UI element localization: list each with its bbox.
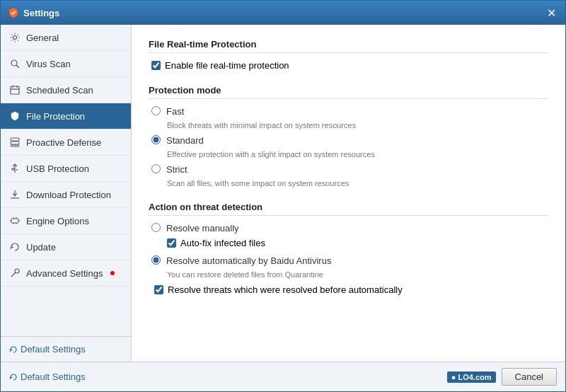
sidebar-item-download-protection[interactable]: Download Protection: [1, 182, 131, 208]
sidebar-label-usb-protection: USB Protection: [26, 163, 89, 174]
resolve-before-label: Resolve threats which were resolved befo…: [168, 284, 403, 295]
calendar-icon: [9, 84, 21, 96]
sidebar-label-proactive-defense: Proactive Defense: [26, 137, 101, 148]
radio-action-auto[interactable]: [151, 255, 161, 265]
option-resolve-before: Resolve threats which were resolved befo…: [154, 284, 548, 295]
label-mode-strict: Strict: [166, 164, 187, 175]
svg-rect-9: [11, 145, 19, 146]
autofix-label: Auto-fix infected files: [180, 238, 265, 248]
radio-mode-strict[interactable]: [151, 164, 161, 173]
sidebar-label-advanced-settings: Advanced Settings: [26, 268, 103, 279]
advanced-settings-dot: [110, 271, 115, 275]
main-panel: File Real-time Protection Enable file re…: [132, 25, 565, 362]
section-title-protection-mode: Protection mode: [149, 85, 548, 99]
sidebar-label-general: General: [26, 33, 59, 43]
desc-mode-standard: Effective protection with a slight impac…: [167, 150, 548, 158]
section-title-action-threat: Action on threat detection: [149, 202, 548, 216]
radio-mode-standard[interactable]: [151, 135, 161, 144]
svg-point-0: [13, 36, 17, 40]
label-action-auto: Resolve automatically by Baidu Antivirus: [166, 255, 331, 266]
window-bottom: Default Settings ● LO4.com Cancel: [1, 362, 565, 391]
sidebar-item-advanced-settings[interactable]: Advanced Settings: [1, 260, 131, 287]
titlebar-title: Settings: [23, 8, 59, 18]
sidebar: General Virus Scan: [1, 25, 132, 362]
radio-mode-fast[interactable]: [151, 106, 161, 115]
usb-icon: [9, 163, 21, 174]
option-fast: Fast Block threats with minimal impact o…: [151, 106, 548, 129]
sidebar-item-proactive-defense[interactable]: Proactive Defense: [1, 129, 131, 156]
svg-point-1: [11, 60, 17, 66]
sub-option-autofix: Auto-fix infected files: [167, 238, 548, 248]
sidebar-item-usb-protection[interactable]: USB Protection: [1, 156, 131, 182]
sidebar-label-file-protection: File Protection: [26, 111, 85, 122]
radio-group-protection-mode: Fast Block threats with minimal impact o…: [151, 106, 548, 188]
sidebar-item-engine-options[interactable]: Engine Options: [1, 208, 131, 234]
svg-rect-3: [11, 86, 19, 94]
wrench-icon: [9, 267, 21, 279]
sidebar-label-update: Update: [26, 242, 56, 253]
section-title-file-realtime: File Real-time Protection: [149, 39, 548, 53]
autofix-checkbox[interactable]: [167, 238, 176, 248]
label-mode-standard: Standard: [166, 135, 204, 146]
option-resolve-manually: Resolve manually Auto-fix infected files: [151, 223, 548, 248]
settings-window: Settings ✕ General: [0, 0, 566, 392]
desc-action-auto: You can restore deleted files from Quara…: [167, 270, 548, 279]
default-settings-link[interactable]: Default Settings: [9, 344, 122, 354]
shield-icon: [9, 110, 21, 122]
gear-icon: [9, 32, 21, 43]
svg-line-22: [11, 272, 16, 277]
svg-rect-8: [11, 142, 19, 144]
titlebar-left: Settings: [8, 7, 59, 18]
content-area: General Virus Scan: [1, 25, 565, 362]
svg-rect-11: [12, 168, 14, 170]
svg-point-23: [15, 269, 19, 273]
cancel-button[interactable]: Cancel: [502, 368, 557, 386]
sidebar-label-scheduled-scan: Scheduled Scan: [26, 85, 93, 96]
sidebar-item-update[interactable]: Update: [1, 234, 131, 260]
titlebar: Settings ✕: [1, 1, 565, 25]
bottom-right: ● LO4.com Cancel: [447, 368, 557, 386]
sidebar-footer: Default Settings: [1, 336, 131, 362]
update-icon: [9, 241, 21, 253]
radio-action-manual[interactable]: [151, 223, 161, 232]
download-icon: [9, 189, 21, 200]
close-button[interactable]: ✕: [544, 6, 558, 20]
desc-mode-fast: Block threats with minimal impact on sys…: [167, 121, 548, 129]
scan-icon: [9, 58, 21, 69]
desc-mode-strict: Scan all files, with some impact on syst…: [167, 179, 548, 188]
option-standard: Standard Effective protection with a sli…: [151, 135, 548, 158]
section-file-realtime: File Real-time Protection Enable file re…: [149, 39, 548, 71]
sidebar-item-scheduled-scan[interactable]: Scheduled Scan: [1, 77, 131, 103]
svg-rect-7: [11, 138, 19, 141]
option-strict: Strict Scan all files, with some impact …: [151, 164, 548, 188]
bottom-default-settings[interactable]: Default Settings: [9, 371, 86, 382]
layers-icon: [9, 137, 21, 148]
sidebar-item-file-protection[interactable]: File Protection: [1, 103, 131, 129]
sidebar-label-virus-scan: Virus Scan: [26, 59, 71, 69]
option-resolve-auto: Resolve automatically by Baidu Antivirus…: [151, 255, 548, 279]
section-action-threat: Action on threat detection Resolve manua…: [149, 202, 548, 295]
sidebar-label-engine-options: Engine Options: [26, 216, 89, 226]
sidebar-item-virus-scan[interactable]: Virus Scan: [1, 51, 131, 77]
watermark: ● LO4.com: [447, 371, 496, 383]
svg-line-2: [16, 65, 19, 68]
label-action-manual: Resolve manually: [166, 223, 239, 234]
svg-rect-15: [11, 219, 18, 223]
app-icon: [8, 7, 19, 18]
sidebar-label-download-protection: Download Protection: [26, 190, 111, 200]
option-enable-realtime: Enable file real-time protection: [151, 60, 548, 71]
label-mode-fast: Fast: [166, 106, 184, 117]
resolve-before-checkbox[interactable]: [154, 285, 163, 294]
radio-group-action: Resolve manually Auto-fix infected files: [151, 223, 548, 295]
section-protection-mode: Protection mode Fast Block threats with …: [149, 85, 548, 188]
enable-realtime-label: Enable file real-time protection: [165, 60, 289, 71]
engine-icon: [9, 215, 21, 226]
enable-realtime-checkbox[interactable]: [151, 61, 161, 70]
sidebar-item-general[interactable]: General: [1, 25, 131, 51]
